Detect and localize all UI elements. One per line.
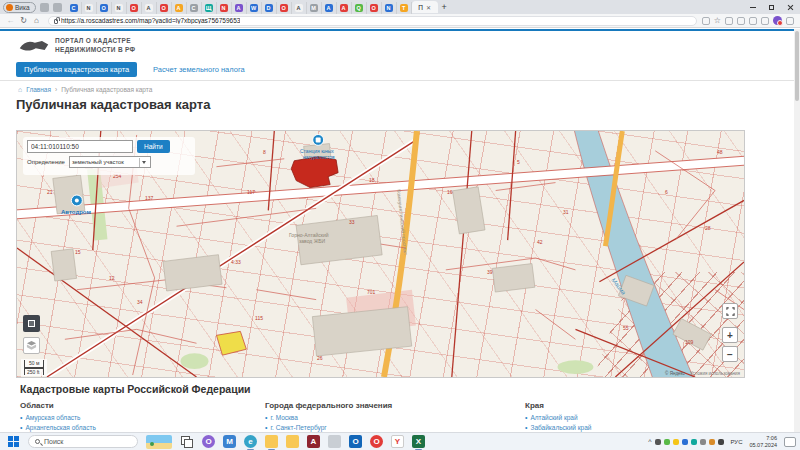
taskbar-clock[interactable]: 7:06 05.07.2024 — [749, 435, 777, 449]
browser-tab[interactable]: М — [307, 2, 322, 14]
zoom-out-button[interactable]: − — [722, 346, 738, 362]
map-label: натуралистов — [303, 154, 335, 160]
tray-status-icon[interactable] — [682, 439, 688, 445]
browser-tab[interactable]: W — [247, 2, 262, 14]
cadastral-map[interactable]: АвтодромСтанция юныхнатуралистовГорно-Ал… — [16, 130, 745, 378]
cadastral-number-input[interactable] — [27, 140, 133, 153]
new-tab-button[interactable]: + — [442, 2, 447, 12]
parcel-number: 18 — [369, 177, 375, 183]
tray-status-icon[interactable] — [655, 439, 661, 445]
bullet-icon: • — [525, 414, 527, 421]
browser-tab[interactable]: D — [262, 2, 277, 14]
taskbar-app-icon[interactable]: M — [223, 435, 236, 448]
breadcrumb-home-icon[interactable]: ⌂ — [18, 86, 22, 93]
browser-tab[interactable]: А — [232, 2, 247, 14]
tab-search-icon[interactable] — [40, 3, 49, 12]
taskbar-app-icon[interactable]: O — [202, 435, 215, 448]
weather-widget[interactable] — [146, 435, 172, 449]
find-button[interactable]: Найти — [137, 140, 170, 153]
notification-center-icon[interactable] — [784, 437, 796, 447]
browser-profile-avatar[interactable] — [773, 16, 782, 25]
browser-tab[interactable]: О — [157, 2, 172, 14]
browser-essentials-icon[interactable] — [761, 17, 769, 25]
maximize-button[interactable] — [762, 0, 781, 14]
refresh-icon[interactable]: ↻ — [17, 16, 30, 25]
favorites-star-icon[interactable]: ☆ — [714, 17, 721, 25]
language-indicator[interactable]: РУС — [730, 439, 742, 445]
region-link[interactable]: Амурская область — [25, 414, 80, 421]
back-icon[interactable]: ← — [4, 16, 17, 25]
browser-tab[interactable]: А — [337, 2, 352, 14]
close-button[interactable] — [781, 0, 800, 14]
tray-status-icon[interactable] — [673, 439, 679, 445]
browser-tab[interactable]: Q — [352, 2, 367, 14]
browser-tab[interactable]: N — [112, 2, 127, 14]
tray-status-icon[interactable] — [691, 439, 697, 445]
tray-status-icon[interactable] — [664, 439, 670, 445]
tab-group-icon[interactable] — [53, 3, 62, 12]
collections-icon[interactable] — [737, 17, 745, 25]
browser-tab[interactable]: N — [82, 2, 97, 14]
taskbar-app-icon[interactable]: Y — [391, 435, 404, 448]
browser-tab[interactable]: С — [67, 2, 82, 14]
browser-tab[interactable]: О — [127, 2, 142, 14]
map-scale: 50 м 250 ft — [21, 359, 47, 376]
region-link[interactable]: Алтайский край — [530, 414, 577, 421]
browser-tab[interactable]: Т — [397, 2, 412, 14]
browser-tab[interactable]: N — [382, 2, 397, 14]
tray-status-icon[interactable] — [700, 439, 706, 445]
map-layers-button[interactable] — [23, 337, 40, 354]
sidebar-icon[interactable] — [786, 17, 794, 25]
browser-tab[interactable]: Щ — [202, 2, 217, 14]
browser-tab[interactable]: О — [367, 2, 382, 14]
tab-favicon: Q — [355, 4, 363, 12]
taskbar-app-icon[interactable]: X — [412, 435, 425, 448]
taskbar-app-icon[interactable]: e — [244, 435, 257, 448]
browser-tab[interactable]: А — [322, 2, 337, 14]
breadcrumb-home-link[interactable]: Главная — [26, 86, 51, 93]
taskbar-app-icon[interactable] — [286, 435, 299, 448]
tab-close-icon[interactable]: ✕ — [426, 4, 431, 11]
taskbar-app-icon[interactable] — [265, 435, 278, 448]
taskbar-search[interactable]: Поиск — [28, 435, 138, 448]
region-link[interactable]: Архангельская область — [25, 424, 95, 431]
home-icon[interactable]: ⌂ — [30, 16, 43, 25]
taskbar-app-icon[interactable]: O — [370, 435, 383, 448]
region-link[interactable]: Забайкальский край — [530, 424, 591, 431]
nav-public-map-button[interactable]: Публичная кадастровая карта — [16, 62, 137, 77]
extensions-icon[interactable] — [749, 17, 757, 25]
browser-tab[interactable]: С — [187, 2, 202, 14]
fullscreen-button[interactable] — [722, 303, 738, 319]
browser-profile-button[interactable]: Вика — [3, 2, 36, 13]
task-view-icon[interactable] — [181, 436, 192, 447]
region-link[interactable]: г. Москва — [270, 414, 297, 421]
browser-tab[interactable]: О — [97, 2, 112, 14]
start-button[interactable] — [8, 436, 20, 448]
logo-line-1: ПОРТАЛ О КАДАСТРЕ — [55, 37, 135, 46]
taskbar-app-icon[interactable] — [328, 435, 341, 448]
browser-tab[interactable]: А — [292, 2, 307, 14]
page-scrollbar[interactable] — [794, 29, 800, 432]
taskbar-app-icon[interactable]: A — [307, 435, 320, 448]
split-screen-icon[interactable] — [725, 17, 733, 25]
browser-tab[interactable]: N — [217, 2, 232, 14]
browser-tab[interactable]: А — [142, 2, 157, 14]
terms-of-use-link[interactable]: Условия использования — [690, 371, 740, 376]
active-tab[interactable]: П ✕ — [412, 1, 438, 13]
url-bar[interactable]: https://a.roscadastres.com/map?yaclid=ly… — [48, 16, 697, 26]
parcel-number: 26 — [317, 355, 323, 361]
object-type-select[interactable]: земельный участок — [69, 156, 151, 168]
browser-tab[interactable]: О — [277, 2, 292, 14]
browser-tab[interactable]: А — [172, 2, 187, 14]
tray-chevron-icon[interactable]: ^ — [648, 438, 651, 445]
zoom-in-button[interactable]: + — [722, 327, 738, 343]
tray-status-icon[interactable] — [709, 439, 715, 445]
scrollbar-thumb[interactable] — [795, 31, 799, 101]
map-fragment-button[interactable] — [23, 315, 40, 332]
taskbar-app-icon[interactable]: O — [349, 435, 362, 448]
read-aloud-icon[interactable] — [702, 17, 710, 25]
minimize-button[interactable] — [743, 0, 762, 14]
tray-status-icon[interactable] — [718, 439, 724, 445]
nav-land-tax-link[interactable]: Расчет земельного налога — [153, 65, 245, 74]
region-link[interactable]: г. Санкт-Петербург — [270, 424, 326, 431]
